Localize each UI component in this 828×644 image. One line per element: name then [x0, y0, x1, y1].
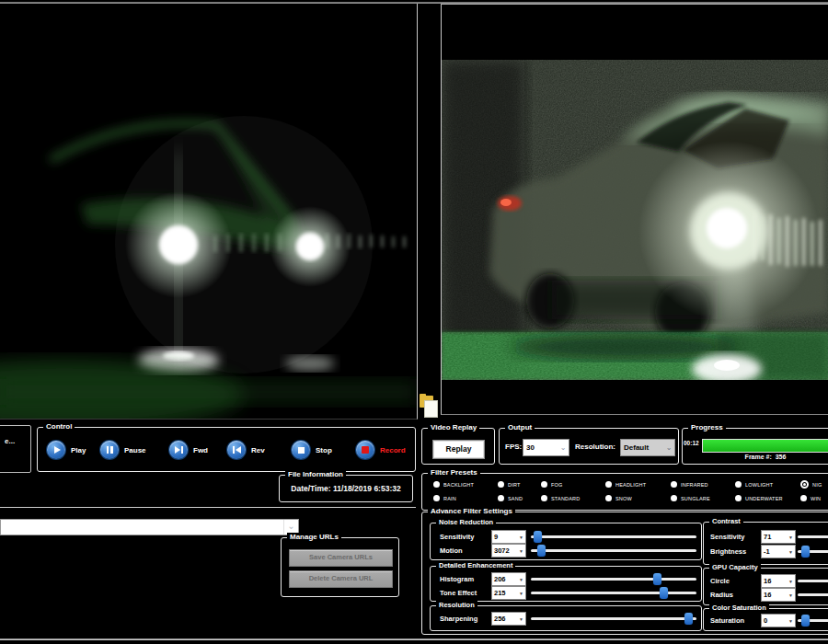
- saturation-slider[interactable]: [798, 619, 828, 622]
- contrast-sensitivity-label: Sensitivity: [710, 533, 745, 541]
- circle-value: 16: [762, 577, 787, 585]
- preset-night[interactable]: NIG: [800, 480, 822, 489]
- sensitivity-dropdown[interactable]: 9▼: [491, 530, 526, 544]
- forward-button[interactable]: Fwd: [169, 440, 208, 460]
- preset-label: INFRARED: [681, 482, 708, 488]
- slider-thumb[interactable]: [534, 531, 542, 543]
- resolution-combobox[interactable]: Default ⌄: [620, 439, 675, 456]
- radius-dropdown[interactable]: 16▼: [761, 588, 796, 602]
- original-video-panel: [0, 4, 418, 420]
- file-drag-icon: [420, 394, 442, 420]
- pause-button[interactable]: Pause: [100, 440, 146, 460]
- radio-icon: [433, 495, 440, 501]
- manage-urls-title: Manage URLs: [287, 533, 341, 542]
- fps-combobox[interactable]: 30 ⌄: [523, 439, 569, 456]
- slider-thumb[interactable]: [801, 546, 810, 558]
- enhanced-video-frame: [442, 5, 828, 414]
- preset-winter[interactable]: WIN: [800, 494, 821, 502]
- control-group-title: Control: [43, 422, 75, 431]
- frame-value: 356: [776, 454, 787, 460]
- circle-dropdown[interactable]: 16▼: [761, 574, 796, 588]
- preset-headlight[interactable]: HEADLIGHT: [605, 480, 646, 489]
- circle-slider[interactable]: [798, 580, 828, 582]
- preset-label: RAIN: [443, 496, 456, 501]
- record-icon: [356, 441, 374, 459]
- radius-slider[interactable]: [798, 593, 828, 596]
- rewind-button[interactable]: Rev: [227, 440, 265, 460]
- brightness-slider[interactable]: [798, 550, 828, 553]
- contrast-sensitivity-slider[interactable]: [798, 535, 828, 538]
- play-label: Play: [71, 446, 86, 454]
- tone-effect-dropdown[interactable]: 215▼: [491, 586, 526, 600]
- sharpening-dropdown[interactable]: 256▼: [491, 612, 526, 626]
- truncated-left-button-label: e...: [5, 437, 21, 445]
- preset-backlight[interactable]: BACKLIGHT: [433, 480, 474, 489]
- fps-label: FPS:: [505, 443, 522, 451]
- preset-rain[interactable]: RAIN: [433, 494, 456, 502]
- camera-url-combobox[interactable]: ⌄: [0, 519, 299, 535]
- record-button[interactable]: Record: [356, 440, 406, 460]
- radio-icon: [735, 481, 742, 488]
- histogram-value: 206: [492, 575, 517, 583]
- file-information-title: File Information: [285, 470, 346, 479]
- chevron-down-icon: ▼: [787, 618, 795, 624]
- histogram-slider[interactable]: [531, 578, 696, 581]
- chevron-down-icon: ▼: [517, 577, 525, 582]
- slider-thumb[interactable]: [653, 573, 661, 585]
- preset-infrared[interactable]: INFRARED: [671, 480, 708, 489]
- chevron-down-icon: ▼: [787, 592, 795, 598]
- preset-label: SUNGLARE: [681, 496, 710, 501]
- contrast-sensitivity-dropdown[interactable]: 71▼: [761, 530, 796, 544]
- radio-icon: [671, 495, 677, 501]
- preset-lowlight[interactable]: LOWLIGHT: [735, 480, 773, 489]
- save-camera-urls-button[interactable]: Save Camera URLs: [289, 549, 393, 567]
- manage-urls-group: Manage URLs Save Camera URLs Delete Came…: [281, 537, 399, 597]
- chevron-down-icon: ⌄: [558, 443, 569, 452]
- truncated-left-button[interactable]: e...: [0, 425, 31, 473]
- slider-thumb[interactable]: [537, 545, 546, 557]
- sharpening-label: Sharpening: [440, 615, 477, 623]
- left-section-divider: [0, 507, 416, 508]
- chevron-down-icon: ▼: [517, 616, 525, 622]
- sensitivity-value: 9: [492, 533, 517, 541]
- sharpening-slider[interactable]: [531, 617, 696, 620]
- preset-sand[interactable]: SAND: [498, 494, 523, 502]
- elapsed-time: 00:12: [684, 440, 699, 446]
- preset-snow[interactable]: SNOW: [605, 494, 632, 502]
- gpu-capacity-title: GPU Capacity: [709, 563, 761, 572]
- stop-button[interactable]: Stop: [292, 440, 332, 460]
- advance-filter-settings-group: Advance Filter Settings Noise Reduction …: [421, 512, 828, 635]
- preset-fog[interactable]: FOG: [541, 480, 563, 489]
- resolution-value: Default: [621, 443, 663, 452]
- preset-label: SAND: [508, 496, 523, 501]
- stop-label: Stop: [316, 446, 332, 454]
- advance-filter-settings-title: Advance Filter Settings: [428, 507, 515, 516]
- histogram-dropdown[interactable]: 206▼: [491, 572, 526, 586]
- preset-sunglare[interactable]: SUNGLARE: [671, 494, 710, 502]
- slider-thumb[interactable]: [684, 613, 693, 625]
- radio-icon: [671, 481, 677, 488]
- camera-url-value: [1, 520, 283, 535]
- progress-title: Progress: [688, 423, 726, 432]
- filter-presets-group: Filter Presets BACKLIGHT DIRT FOG HEADLI…: [421, 473, 828, 511]
- motion-slider[interactable]: [531, 549, 696, 552]
- replay-button[interactable]: Replay: [432, 440, 485, 459]
- motion-label: Motion: [440, 546, 463, 555]
- chevron-down-icon: ▼: [787, 535, 795, 540]
- color-saturation-title: Color Saturation: [709, 604, 769, 613]
- saturation-dropdown[interactable]: 0▼: [761, 614, 796, 627]
- resolution-title: Resolution: [436, 601, 477, 610]
- slider-thumb[interactable]: [801, 615, 810, 627]
- preset-label: LOWLIGHT: [745, 482, 773, 488]
- tone-effect-slider[interactable]: [531, 592, 696, 594]
- play-button[interactable]: Play: [47, 440, 86, 460]
- rewind-label: Rev: [251, 446, 265, 454]
- preset-underwater[interactable]: UNDERWATER: [735, 494, 783, 502]
- brightness-dropdown[interactable]: -1▼: [761, 545, 796, 558]
- preset-dirt[interactable]: DIRT: [498, 480, 521, 489]
- slider-thumb[interactable]: [660, 587, 668, 599]
- sensitivity-slider[interactable]: [531, 535, 696, 538]
- motion-dropdown[interactable]: 3072▼: [491, 544, 526, 558]
- preset-standard[interactable]: STANDARD: [541, 494, 580, 502]
- delete-camera-url-button[interactable]: Delete Camera URL: [289, 570, 393, 588]
